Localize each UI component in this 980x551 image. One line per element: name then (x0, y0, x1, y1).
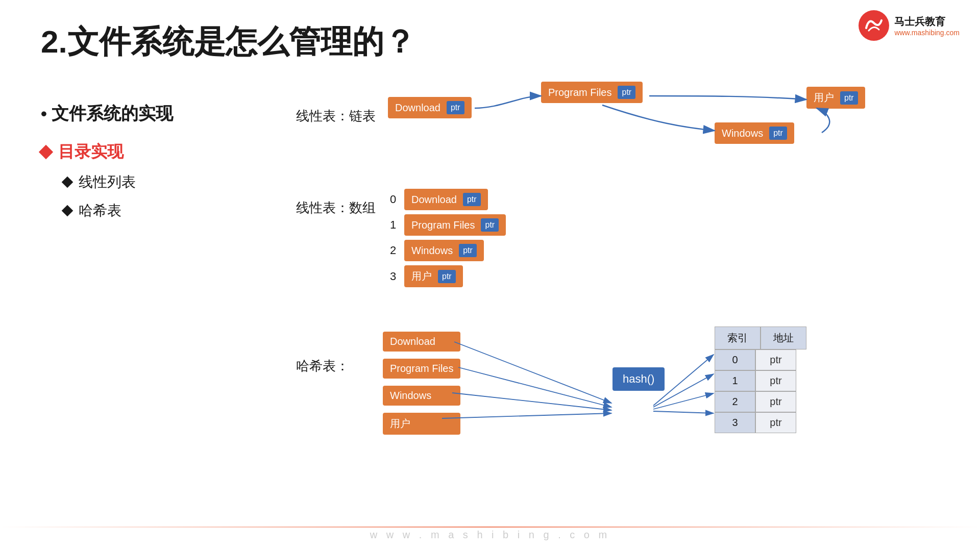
hash-output-header: 索引 地址 (715, 327, 806, 349)
hash-col-addr: 地址 (761, 327, 806, 349)
ll-user-node: 用户 ptr (806, 87, 865, 109)
hash-inputs: Download Program Files Windows 用户 (383, 332, 460, 435)
hash-output-table: 索引 地址 0 ptr 1 ptr 2 ptr 3 ptr (715, 327, 806, 433)
svg-line-5 (452, 393, 611, 410)
svg-line-10 (653, 411, 714, 413)
diamond-red-icon (39, 145, 53, 159)
hash-out-idx-1: 1 (715, 370, 755, 391)
arr-index-0: 0 (388, 193, 398, 206)
hash-out-row-3: 3 ptr (715, 412, 806, 433)
hash-input-programfiles: Program Files (383, 359, 460, 379)
hash-section: 哈希表： Download Program Files Windows 用户 h… (296, 327, 939, 490)
hash-input-download-text: Download (390, 336, 435, 347)
sub-bullets: 线性列表 哈希表 (63, 172, 173, 220)
diamond-dark-icon-1 (62, 177, 74, 188)
ll-programfiles-text: Program Files (548, 87, 616, 98)
linked-list-section: 线性表：链表 Download ptr Program Files ptr 用户… (296, 82, 939, 184)
hash-out-idx-2: 2 (715, 391, 755, 412)
hash-label: 哈希表： (296, 357, 349, 375)
left-panel: • 文件系统的实现 目录实现 线性列表 哈希表 (41, 102, 173, 230)
arr-index-2: 2 (388, 244, 398, 257)
arr-user-text: 用户 (411, 269, 436, 283)
hash-input-user-text: 用户 (390, 417, 410, 431)
hash-out-row-2: 2 ptr (715, 391, 806, 412)
ll-programfiles-ptr: ptr (618, 86, 635, 99)
arr-windows-node: Windows ptr (404, 240, 484, 261)
arr-user-node: 用户 ptr (404, 265, 463, 287)
arr-download-ptr: ptr (463, 193, 481, 206)
arr-programfiles-text: Program Files (411, 219, 479, 231)
hash-func-box: hash() (612, 367, 665, 391)
logo-icon (859, 10, 889, 41)
arr-windows-ptr: ptr (459, 244, 477, 257)
ll-programfiles-node: Program Files ptr (541, 82, 643, 103)
linear-list-bullet: 线性列表 (63, 172, 173, 192)
svg-line-6 (442, 413, 611, 418)
ll-label: 线性表：链表 (296, 107, 376, 125)
ll-user-text: 用户 (814, 91, 838, 105)
hash-col-index: 索引 (715, 327, 761, 349)
hash-out-row-1: 1 ptr (715, 370, 806, 391)
hash-input-windows-text: Windows (390, 390, 431, 402)
hash-table-bullet: 哈希表 (63, 201, 173, 220)
hash-input-user: 用户 (383, 413, 460, 435)
svg-line-4 (458, 367, 611, 407)
arr-index-3: 3 (388, 270, 398, 283)
arr-row-3: 3 用户 ptr (388, 265, 506, 287)
arr-windows-text: Windows (411, 245, 457, 257)
diamond-dark-icon-2 (62, 205, 74, 217)
hash-out-val-0: ptr (755, 349, 796, 370)
hash-out-idx-0: 0 (715, 349, 755, 370)
ll-download-ptr: ptr (447, 101, 464, 114)
hash-input-windows: Windows (383, 386, 460, 406)
directory-impl-bullet: 目录实现 (41, 141, 173, 163)
ll-windows-ptr: ptr (769, 127, 787, 140)
svg-point-0 (859, 10, 889, 41)
ll-download-text: Download (395, 102, 445, 114)
arr-download-node: Download ptr (404, 189, 488, 210)
hash-out-val-3: ptr (755, 412, 796, 433)
ll-download-node: Download ptr (388, 97, 472, 118)
hash-input-download: Download (383, 332, 460, 352)
ll-windows-node: Windows ptr (715, 122, 794, 144)
hash-output-rows: 0 ptr 1 ptr 2 ptr 3 ptr (715, 349, 806, 433)
footer-line (0, 527, 980, 528)
ll-user-ptr: ptr (840, 91, 858, 105)
arr-programfiles-node: Program Files ptr (404, 214, 506, 236)
arr-row-1: 1 Program Files ptr (388, 214, 506, 236)
arr-label: 线性表：数组 (296, 199, 376, 217)
hash-out-val-1: ptr (755, 370, 796, 391)
directory-impl-label: 目录实现 (58, 141, 124, 163)
arr-index-1: 1 (388, 218, 398, 232)
arr-row-2: 2 Windows ptr (388, 240, 506, 261)
logo-text: 马士兵教育 www.mashibing.com (894, 15, 960, 37)
hash-func-text: hash() (623, 372, 654, 386)
arr-user-ptr: ptr (438, 270, 456, 283)
logo-brand: 马士兵教育 (894, 15, 960, 29)
logo-area: 马士兵教育 www.mashibing.com (859, 10, 960, 41)
ll-windows-text: Windows (722, 128, 767, 139)
hash-table-label: 哈希表 (79, 201, 121, 220)
section-title: • 文件系统的实现 (41, 102, 173, 126)
arr-table: 0 Download ptr 1 Program Files ptr 2 Win… (388, 189, 506, 287)
hash-out-row-0: 0 ptr (715, 349, 806, 370)
hash-input-programfiles-text: Program Files (390, 363, 453, 374)
logo-url: www.mashibing.com (894, 29, 960, 37)
page-title: 2.文件系统是怎么管理的？ (41, 20, 415, 63)
arr-programfiles-ptr: ptr (481, 218, 499, 232)
hash-out-val-2: ptr (755, 391, 796, 412)
footer: w w w . m a s h i b i n g . c o m (0, 529, 980, 541)
arr-row-0: 0 Download ptr (388, 189, 506, 210)
linear-list-label: 线性列表 (79, 172, 136, 192)
hash-out-idx-3: 3 (715, 412, 755, 433)
svg-line-3 (454, 342, 611, 403)
svg-line-9 (653, 393, 714, 409)
arr-download-text: Download (411, 194, 461, 206)
